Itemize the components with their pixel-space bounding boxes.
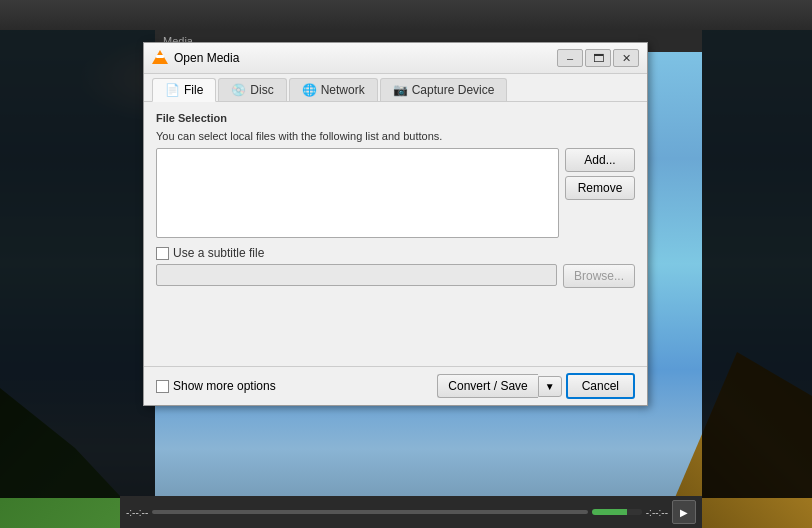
show-more-label[interactable]: Show more options (156, 379, 431, 393)
subtitle-checkbox-label[interactable]: Use a subtitle file (156, 246, 264, 260)
subtitle-input-row: Browse... (156, 264, 635, 288)
time-right: -:--:-- (646, 507, 668, 518)
tab-file[interactable]: 📄 File (152, 78, 216, 102)
cancel-button[interactable]: Cancel (566, 373, 635, 399)
tab-capture[interactable]: 📷 Capture Device (380, 78, 508, 101)
window-controls: – 🗖 ✕ (557, 49, 639, 67)
empty-space (156, 296, 635, 356)
close-button[interactable]: ✕ (613, 49, 639, 67)
disc-tab-icon: 💿 (231, 83, 246, 97)
vlc-cone-icon (152, 50, 168, 64)
dialog-footer: Show more options Convert / Save ▼ Cance… (144, 366, 647, 405)
tab-file-label: File (184, 83, 203, 97)
tab-disc[interactable]: 💿 Disc (218, 78, 286, 101)
file-buttons: Add... Remove (565, 148, 635, 238)
file-selection-desc: You can select local files with the foll… (156, 130, 635, 142)
network-tab-icon: 🌐 (302, 83, 317, 97)
file-selection-label: File Selection (156, 112, 635, 124)
subtitle-input[interactable] (156, 264, 557, 286)
volume-bar[interactable] (592, 509, 642, 515)
vlc-right-panel (702, 30, 812, 498)
tab-disc-label: Disc (250, 83, 273, 97)
minimize-button[interactable]: – (557, 49, 583, 67)
open-media-dialog: Open Media – 🗖 ✕ 📄 File 💿 Disc 🌐 Network… (143, 42, 648, 406)
show-more-checkbox[interactable] (156, 380, 169, 393)
file-tab-icon: 📄 (165, 83, 180, 97)
convert-save-arrow[interactable]: ▼ (538, 376, 562, 397)
progress-bar[interactable] (152, 510, 588, 514)
convert-save-button[interactable]: Convert / Save (437, 374, 537, 398)
vlc-icon (152, 50, 168, 66)
vlc-left-panel (0, 30, 155, 498)
browse-button[interactable]: Browse... (563, 264, 635, 288)
footer-buttons: Convert / Save ▼ Cancel (437, 373, 635, 399)
tab-capture-label: Capture Device (412, 83, 495, 97)
add-button[interactable]: Add... (565, 148, 635, 172)
subtitle-checkbox-text: Use a subtitle file (173, 246, 264, 260)
show-more-text: Show more options (173, 379, 276, 393)
maximize-button[interactable]: 🗖 (585, 49, 611, 67)
file-selection-area: Add... Remove (156, 148, 635, 238)
remove-button[interactable]: Remove (565, 176, 635, 200)
tab-network[interactable]: 🌐 Network (289, 78, 378, 101)
subtitle-checkbox[interactable] (156, 247, 169, 260)
top-taskbar (0, 0, 812, 30)
tab-network-label: Network (321, 83, 365, 97)
vlc-taskbar: -:--:-- -:--:-- ▶ (120, 496, 702, 528)
play-button[interactable]: ▶ (672, 500, 696, 524)
dialog-content: File Selection You can select local file… (144, 102, 647, 366)
capture-tab-icon: 📷 (393, 83, 408, 97)
tab-bar: 📄 File 💿 Disc 🌐 Network 📷 Capture Device (144, 74, 647, 102)
dialog-title: Open Media (174, 51, 551, 65)
file-list[interactable] (156, 148, 559, 238)
dialog-titlebar: Open Media – 🗖 ✕ (144, 43, 647, 74)
time-left: -:--:-- (126, 507, 148, 518)
subtitle-row: Use a subtitle file (156, 246, 635, 260)
convert-save-group: Convert / Save ▼ (437, 374, 561, 398)
